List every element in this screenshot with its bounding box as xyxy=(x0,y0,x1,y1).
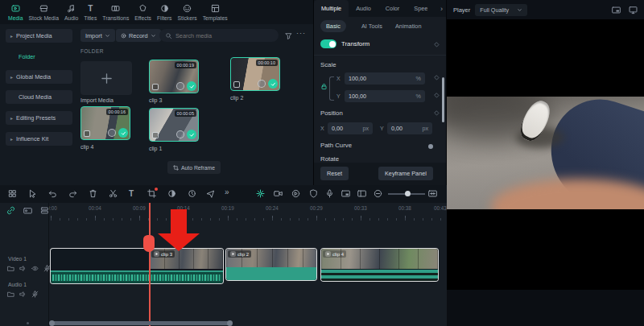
caret-right-icon: ▸ xyxy=(10,33,13,39)
reset-button[interactable]: Reset xyxy=(320,167,349,180)
tab-titles[interactable]: TTitles xyxy=(84,3,97,21)
playhead-handle[interactable] xyxy=(143,235,155,252)
mask-icon[interactable] xyxy=(167,189,176,200)
tab-effects[interactable]: Effects xyxy=(134,3,151,21)
tab-stickers[interactable]: Stickers xyxy=(177,3,196,21)
stickers-icon xyxy=(183,3,192,14)
timeline-clip-2[interactable]: clip 2 xyxy=(225,248,317,281)
record-button[interactable]: Record xyxy=(116,29,161,42)
tabs-overflow-chevron-icon[interactable]: › xyxy=(440,5,446,13)
track-mute-icon[interactable] xyxy=(31,291,39,298)
subtab-ai-tools[interactable]: AI Tools xyxy=(356,20,388,32)
subtab-animation[interactable]: Animation xyxy=(390,20,427,32)
quality-dropdown[interactable]: Full Quality xyxy=(475,4,527,16)
timeline-horizontal-scrollbar[interactable] xyxy=(51,321,231,325)
scale-x-input[interactable]: 100,00% xyxy=(345,72,425,85)
sidebar-item-editing-presets[interactable]: ▸Editing Presets xyxy=(6,111,72,125)
properties-scrollbar[interactable] xyxy=(442,77,444,122)
blurred-hand xyxy=(491,179,644,209)
transitions-icon xyxy=(111,3,120,14)
motion-tracking-icon[interactable] xyxy=(256,189,265,200)
timeline-section: T » 00:00 00:04 00:09 xyxy=(0,185,447,326)
filter-icon[interactable] xyxy=(285,32,292,39)
crop-icon[interactable] xyxy=(147,189,156,200)
scale-y-keyframe-icon[interactable] xyxy=(433,92,440,99)
apply-to-track-icon[interactable] xyxy=(7,265,14,272)
apply-to-track-icon[interactable] xyxy=(7,291,14,298)
mixer-icon[interactable] xyxy=(341,189,350,200)
more-options-icon[interactable]: ··· xyxy=(296,29,306,37)
sidebar-item-project-media[interactable]: ▸Project Media xyxy=(6,29,72,43)
redo-icon[interactable] xyxy=(68,189,77,200)
preview-render-icon[interactable] xyxy=(291,189,300,200)
timeline-ruler[interactable]: 00:00 00:04 00:09 00:14 00:19 00:24 00:2… xyxy=(48,203,447,221)
proxy-badge-icon xyxy=(84,130,90,137)
caret-right-icon: ▸ xyxy=(10,136,13,142)
zoom-fit-icon[interactable] xyxy=(428,189,437,200)
timeline-clip-4[interactable]: clip 4 xyxy=(320,248,439,282)
delete-icon[interactable] xyxy=(89,189,97,200)
scale-y-input[interactable]: 100,00% xyxy=(345,90,425,102)
scale-lock-icon[interactable] xyxy=(320,83,328,90)
clip-duration: 00:00:19 xyxy=(175,62,196,68)
sidebar-item-cloud-media[interactable]: Cloud Media xyxy=(6,90,72,104)
media-clip-4[interactable]: 00:00:16 xyxy=(80,106,130,140)
tab-audio[interactable]: Audio xyxy=(64,3,78,21)
speed-icon[interactable] xyxy=(188,189,196,200)
select-tool-icon[interactable] xyxy=(28,189,37,200)
mark-inout-icon[interactable] xyxy=(612,6,621,14)
media-clip-1[interactable]: 00:00:05 xyxy=(149,108,199,142)
position-keyframe-icon[interactable] xyxy=(433,109,440,117)
screen-record-icon[interactable] xyxy=(274,189,283,200)
media-clip-2[interactable]: 00:00:10 xyxy=(230,57,280,91)
subtab-basic[interactable]: Basic xyxy=(320,20,346,32)
position-y-input[interactable]: 0,00px xyxy=(387,122,432,134)
text-tool-icon[interactable]: T xyxy=(129,189,134,198)
auto-ripple-icon[interactable] xyxy=(6,206,15,215)
keyframe-panel-button[interactable]: Keyframe Panel xyxy=(378,167,433,180)
media-clip-3[interactable]: 00:00:19 xyxy=(149,60,199,93)
playhead-line[interactable] xyxy=(149,203,151,326)
position-x-unit: px xyxy=(362,125,369,132)
proxy-badge-icon xyxy=(152,84,159,90)
tab-filters[interactable]: Filters xyxy=(157,3,172,21)
zoom-out-icon[interactable] xyxy=(374,189,382,200)
more-tools-icon[interactable]: » xyxy=(225,188,229,196)
tab-multiple[interactable]: Multiple xyxy=(314,0,349,17)
tab-media[interactable]: Media xyxy=(8,3,23,21)
split-view-icon[interactable] xyxy=(357,189,366,200)
tab-label: Audio xyxy=(64,15,78,21)
auto-reframe-button[interactable]: Auto Reframe xyxy=(167,161,221,174)
split-icon[interactable] xyxy=(109,189,118,200)
render-preview-icon[interactable] xyxy=(206,189,215,200)
video-preview[interactable] xyxy=(447,19,644,290)
track-volume-icon[interactable] xyxy=(19,265,27,272)
detach-player-icon[interactable] xyxy=(629,6,638,14)
import-button[interactable]: Import xyxy=(80,29,115,42)
scale-x-keyframe-icon[interactable] xyxy=(433,74,440,81)
tab-transitions[interactable]: Transitions xyxy=(102,3,129,21)
folder-section-label: FOLDER xyxy=(80,48,104,54)
tab-stock-media[interactable]: Stock Media xyxy=(29,3,59,21)
search-field[interactable] xyxy=(159,29,279,42)
media-browser-icon[interactable] xyxy=(8,189,17,200)
voiceover-icon[interactable] xyxy=(325,189,334,200)
track-volume-icon[interactable] xyxy=(19,291,27,298)
undo-icon[interactable] xyxy=(48,189,57,200)
position-x-input[interactable]: 0,00px xyxy=(328,122,373,134)
tab-audio-props[interactable]: Audio xyxy=(349,0,378,17)
tab-templates[interactable]: Templates xyxy=(203,3,228,21)
search-input[interactable] xyxy=(175,32,264,39)
sidebar-item-folder[interactable]: Folder xyxy=(6,50,72,64)
sidebar-item-influence-kit[interactable]: ▸Influence Kit xyxy=(6,132,72,146)
sidebar-item-global-media[interactable]: ▸Global Media xyxy=(6,70,72,84)
transform-toggle[interactable] xyxy=(320,39,336,48)
tab-speed[interactable]: Spee xyxy=(407,0,435,17)
import-media-tile[interactable] xyxy=(80,61,132,95)
zoom-slider-handle[interactable] xyxy=(405,191,411,196)
tab-color[interactable]: Color xyxy=(378,0,407,17)
track-visibility-icon[interactable] xyxy=(31,265,39,272)
denoise-icon[interactable] xyxy=(309,189,318,200)
transform-keyframe-icon[interactable] xyxy=(433,41,440,48)
track-view-icon[interactable] xyxy=(23,206,32,215)
